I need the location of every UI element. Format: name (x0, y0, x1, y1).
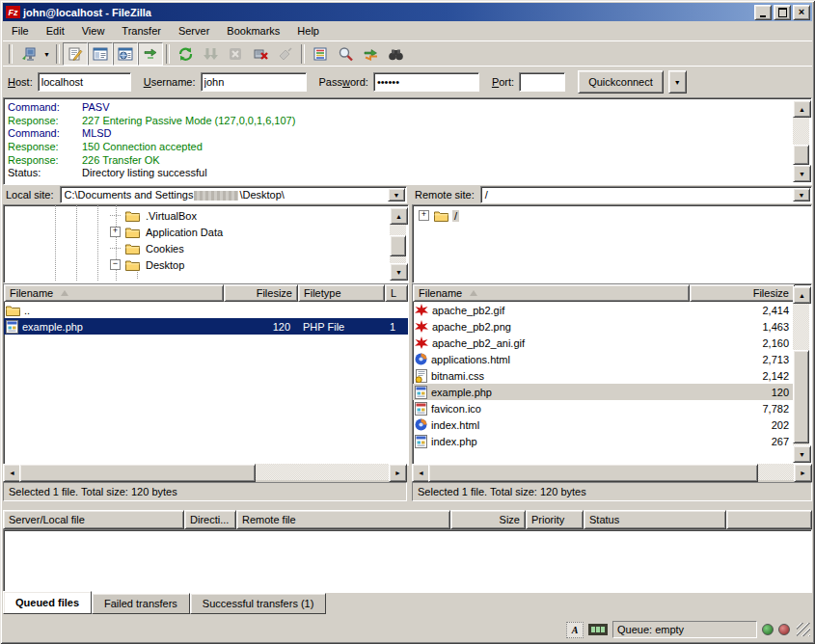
tab-successful-transfers[interactable]: Successful transfers (1) (190, 593, 327, 614)
toggle-local-tree-button[interactable] (88, 42, 113, 66)
file-row-selected[interactable]: example.php 120 (413, 384, 795, 400)
scroll-thumb[interactable] (793, 145, 809, 165)
scroll-up-button[interactable]: ▲ (793, 100, 811, 118)
username-input[interactable] (201, 72, 307, 92)
site-manager-button[interactable] (15, 42, 41, 66)
directory-comparison-button[interactable] (333, 42, 358, 66)
tree-item-root[interactable]: + / (413, 207, 811, 224)
file-row-updir[interactable]: .. (4, 302, 408, 318)
scroll-thumb[interactable] (19, 464, 256, 482)
file-row[interactable]: bitnami.css 2,142 (413, 367, 795, 384)
file-row-example-php[interactable]: example.php 120 PHP File 1 (4, 318, 408, 335)
queue-status: Queue: empty (612, 621, 757, 638)
quickconnect-dropdown[interactable]: ▼ (668, 70, 687, 94)
tree-item-virtualbox[interactable]: .VirtualBox (6, 207, 389, 224)
tab-failed-transfers[interactable]: Failed transfers (92, 593, 190, 614)
send-indicator-led (778, 624, 790, 635)
quickconnect-button[interactable]: Quickconnect (578, 70, 664, 94)
tree-item-application-data[interactable]: + Application Data (6, 224, 389, 240)
column-header-filetype[interactable]: Filetype (298, 284, 385, 302)
scroll-thumb[interactable] (793, 350, 809, 443)
scroll-down-button[interactable]: ▼ (793, 165, 811, 182)
menu-view[interactable]: View (73, 23, 114, 39)
queue-body[interactable] (3, 529, 812, 593)
menu-server[interactable]: Server (170, 23, 218, 39)
local-combo-dropdown[interactable]: ▼ (388, 188, 405, 201)
reconnect-button[interactable] (273, 42, 298, 66)
column-header-priority[interactable]: Priority (526, 510, 584, 529)
quickconnect-bar: Host: Username: Password: Port: Quickcon… (3, 66, 812, 97)
menu-file[interactable]: File (3, 23, 38, 39)
maximize-button[interactable] (774, 5, 791, 20)
column-header-direction[interactable]: Directi... (184, 510, 236, 529)
ico-file-icon (415, 402, 427, 416)
menu-edit[interactable]: Edit (38, 23, 73, 39)
scroll-right-button[interactable]: ► (794, 464, 812, 482)
password-input[interactable] (373, 72, 479, 92)
site-manager-dropdown[interactable]: ▼ (41, 43, 53, 65)
remote-horizontal-scrollbar[interactable]: ◄ ► (412, 464, 812, 480)
toggle-message-log-button[interactable] (63, 42, 88, 66)
minimize-button[interactable] (754, 5, 772, 20)
port-input[interactable] (519, 72, 565, 92)
column-header-filename[interactable]: Filename (413, 284, 690, 302)
disconnect-button[interactable] (248, 42, 273, 66)
menu-help[interactable]: Help (288, 23, 328, 39)
port-label: Port: (492, 76, 514, 88)
host-input[interactable] (38, 72, 131, 92)
expand-icon[interactable]: + (110, 227, 121, 237)
menu-transfer[interactable]: Transfer (113, 23, 170, 39)
toggle-remote-tree-button[interactable] (113, 42, 138, 66)
file-row[interactable]: favicon.ico 7,782 (413, 400, 795, 416)
title-bar[interactable]: Fz john@localhost - FileZilla × (3, 3, 812, 21)
window-title: john@localhost - FileZilla (23, 7, 752, 18)
column-header-status[interactable]: Status (584, 510, 726, 529)
file-row[interactable]: index.php 267 (413, 433, 795, 449)
expand-icon[interactable]: + (419, 210, 429, 221)
scroll-down-button[interactable]: ▼ (390, 263, 408, 281)
scroll-up-button[interactable]: ▲ (390, 207, 408, 225)
process-queue-button[interactable] (198, 42, 223, 66)
local-tree: .VirtualBox + Application Data Cookies −… (3, 204, 409, 283)
scroll-thumb[interactable] (428, 464, 758, 482)
column-header-size[interactable]: Size (450, 510, 526, 529)
column-header-remote-file[interactable]: Remote file (236, 510, 450, 529)
transfer-type-indicator-icon[interactable]: A (566, 622, 584, 638)
column-header-filesize[interactable]: Filesize (224, 284, 298, 302)
column-header-server-local-file[interactable]: Server/Local file (3, 510, 184, 529)
column-header-filesize[interactable]: Filesize (690, 284, 795, 302)
file-row[interactable]: apache_pb2.png 1,463 (413, 318, 795, 335)
scroll-thumb[interactable] (390, 235, 406, 256)
synchronized-browsing-button[interactable] (358, 42, 383, 66)
scroll-up-button[interactable]: ▲ (793, 286, 811, 304)
tab-queued-files[interactable]: Queued files (3, 591, 92, 614)
scroll-right-button[interactable]: ► (389, 464, 407, 482)
tree-item-desktop[interactable]: − Desktop (6, 256, 389, 273)
local-site-combo[interactable]: C:\Documents and Settings\Desktop\ ▼ (60, 186, 407, 203)
refresh-button[interactable] (173, 42, 198, 66)
directory-filters-button[interactable] (308, 42, 333, 66)
speed-limits-icon[interactable] (588, 624, 608, 635)
toggle-transfer-queue-button[interactable] (138, 42, 163, 66)
close-button[interactable]: × (793, 5, 810, 20)
scroll-down-button[interactable]: ▼ (793, 445, 811, 463)
column-header-filename[interactable]: Filename (4, 284, 224, 302)
remote-list-scrollbar[interactable]: ▲ ▼ (793, 286, 809, 463)
remote-combo-dropdown[interactable]: ▼ (793, 188, 810, 201)
file-row[interactable]: apache_pb2.gif 2,414 (413, 302, 795, 318)
collapse-icon[interactable]: − (110, 259, 121, 270)
local-horizontal-scrollbar[interactable]: ◄ ► (3, 464, 407, 480)
local-tree-scrollbar[interactable]: ▲ ▼ (390, 207, 406, 281)
log-vertical-scrollbar[interactable]: ▲ ▼ (793, 100, 809, 182)
resize-grip[interactable] (797, 623, 810, 636)
log-line: Response:227 Entering Passive Mode (127,… (6, 114, 792, 127)
column-header-last-modified[interactable]: L (385, 284, 408, 302)
find-files-button[interactable] (383, 42, 408, 66)
menu-bookmarks[interactable]: Bookmarks (218, 23, 288, 39)
tree-item-cookies[interactable]: Cookies (6, 240, 389, 256)
cancel-operation-button[interactable] (223, 42, 248, 66)
file-row[interactable]: applications.html 2,713 (413, 351, 795, 367)
file-row[interactable]: index.html 202 (413, 416, 795, 433)
remote-site-combo[interactable]: / ▼ (480, 186, 812, 203)
file-row[interactable]: apache_pb2_ani.gif 2,160 (413, 335, 795, 351)
